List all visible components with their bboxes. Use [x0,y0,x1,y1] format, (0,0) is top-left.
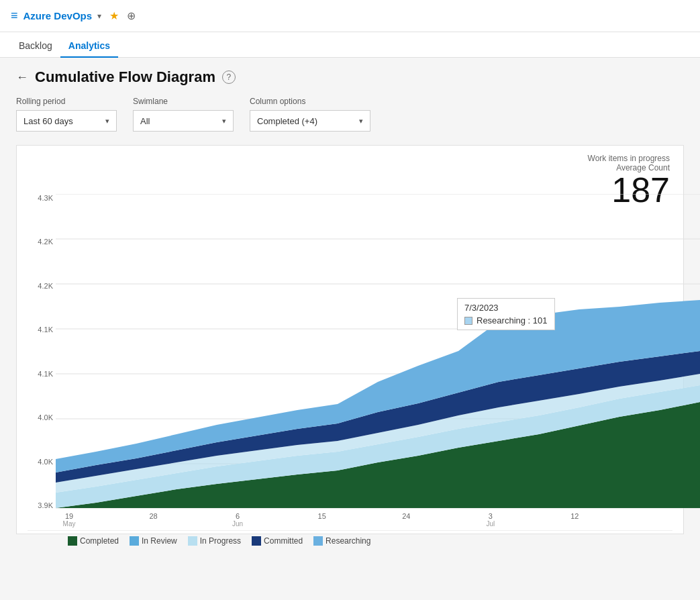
swimlane-chevron-icon: ▾ [222,117,226,126]
rolling-period-label: Rolling period [16,97,117,106]
x-label-may19: 19 May [56,512,83,528]
app-icon: ≡ [11,9,18,23]
legend-completed: Completed [68,536,119,546]
in-review-label: In Review [142,536,177,546]
x-label-jul3: 3 Jul [477,512,504,528]
swimlane-select[interactable]: All ▾ [133,110,234,132]
rolling-period-value: Last 60 days [23,116,73,126]
chart-legend: Completed In Review In Progress Committe… [28,530,672,548]
top-bar: ≡ Azure DevOps ▾ ★ ⊕ [0,0,700,32]
in-progress-label: In Progress [200,536,241,546]
legend-in-review: In Review [130,536,177,546]
committed-label: Committed [264,536,303,546]
tab-analytics[interactable]: Analytics [60,35,118,58]
column-options-chevron-icon: ▾ [359,117,363,126]
app-title[interactable]: Azure DevOps [23,10,93,21]
swimlane-value: All [140,116,150,126]
app-chevron-icon[interactable]: ▾ [97,11,101,21]
filters-row: Rolling period Last 60 days ▾ Swimlane A… [16,97,684,132]
chart-area: 4.3K 4.2K 4.2K 4.1K 4.1K 4.0K 4.0K 3.9K [28,194,672,528]
nav-tabs: Backlog Analytics [0,32,700,58]
x-label-jun6: 6 Jun [224,512,251,528]
in-review-swatch [130,536,139,546]
page-title: Cumulative Flow Diagram [35,68,215,86]
committed-swatch [252,536,261,546]
completed-label: Completed [80,536,119,546]
page-content: ← Cumulative Flow Diagram ? Rolling peri… [0,58,700,600]
person-icon[interactable]: ⊕ [127,9,136,22]
legend-in-progress: In Progress [188,536,241,546]
swimlane-filter: Swimlane All ▾ [133,97,234,132]
column-options-label: Column options [250,97,370,106]
back-button[interactable]: ← [16,70,28,85]
x-label-end [646,512,672,528]
help-icon[interactable]: ? [222,70,236,84]
x-label-jul12: 12 [561,512,588,528]
tooltip-dot [495,318,502,325]
page-header: ← Cumulative Flow Diagram ? [16,68,684,86]
researching-swatch [313,536,323,546]
x-label-jun15: 15 [309,512,336,528]
rolling-period-filter: Rolling period Last 60 days ▾ [16,97,117,132]
work-items-label: Work items in progress [588,154,670,163]
favorite-star-icon[interactable]: ★ [109,9,119,22]
x-label-jun24: 24 [393,512,419,528]
legend-committed: Committed [252,536,303,546]
x-axis-labels: 19 May 28 6 Jun 15 24 [28,509,672,528]
rolling-period-select[interactable]: Last 60 days ▾ [16,110,117,132]
flow-chart-svg [56,194,700,509]
column-options-filter: Column options Completed (+4) ▾ [250,97,370,132]
chart-container: Work items in progress Average Count 187… [16,145,684,534]
legend-researching: Researching [313,536,370,546]
tab-backlog[interactable]: Backlog [11,35,60,58]
x-label-may28: 28 [140,512,167,528]
completed-swatch [68,536,77,546]
researching-label: Researching [326,536,370,546]
column-options-select[interactable]: Completed (+4) ▾ [250,110,370,132]
y-axis-labels: 4.3K 4.2K 4.2K 4.1K 4.1K 4.0K 4.0K 3.9K [28,194,56,509]
rolling-period-chevron-icon: ▾ [105,117,109,126]
column-options-value: Completed (+4) [257,116,317,126]
in-progress-swatch [188,536,197,546]
swimlane-label: Swimlane [133,97,234,106]
